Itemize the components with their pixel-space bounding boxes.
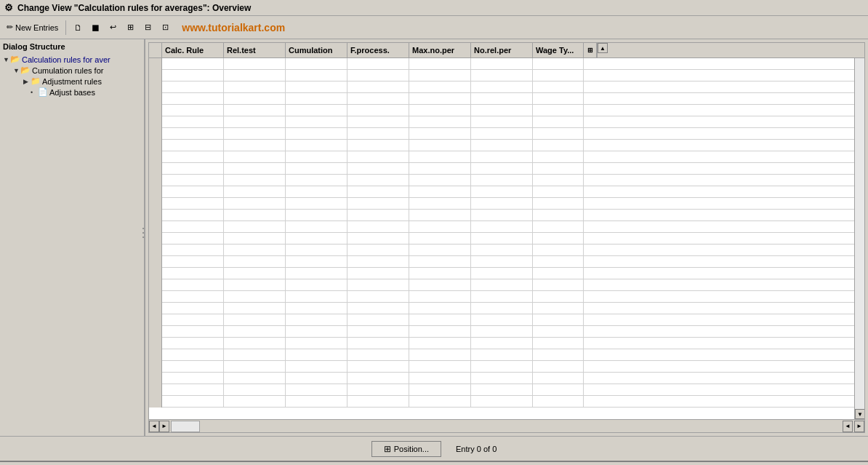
table-cell[interactable] [471, 175, 533, 186]
table-cell[interactable] [533, 210, 584, 221]
table-cell[interactable] [533, 163, 584, 175]
table-cell[interactable] [471, 279, 533, 291]
table-row[interactable] [149, 163, 854, 175]
table-cell[interactable] [162, 291, 224, 303]
table-cell[interactable] [471, 58, 533, 70]
table-row[interactable] [149, 221, 854, 233]
table-cell[interactable] [533, 128, 584, 140]
table-cell[interactable] [286, 256, 347, 268]
table-cell[interactable] [347, 396, 409, 408]
table-row[interactable] [149, 233, 854, 245]
table-cell[interactable] [471, 326, 533, 338]
table-cell[interactable] [409, 151, 471, 163]
table-cell[interactable] [471, 210, 533, 221]
table-cell[interactable] [409, 198, 471, 210]
table-cell[interactable] [347, 303, 409, 314]
table-cell[interactable] [162, 349, 224, 361]
table-cell[interactable] [286, 291, 347, 303]
table-cell[interactable] [224, 175, 286, 186]
col-header-reltest[interactable]: Rel.test [224, 43, 286, 57]
table-cell[interactable] [409, 256, 471, 268]
undo-button[interactable]: ↩ [105, 20, 121, 36]
table-cell[interactable] [162, 361, 224, 373]
table-row[interactable] [149, 268, 854, 279]
table-cell[interactable] [533, 233, 584, 245]
table-row[interactable] [149, 128, 854, 140]
table-cell[interactable] [409, 291, 471, 303]
col-header-norelper[interactable]: No.rel.per [471, 43, 533, 57]
col-header-calc-rule[interactable]: Calc. Rule [162, 43, 224, 57]
table-cell[interactable] [471, 198, 533, 210]
table-cell[interactable] [224, 373, 286, 384]
table-cell[interactable] [533, 338, 584, 349]
table-cell[interactable] [471, 373, 533, 384]
tree-node-calc-rules[interactable]: ▼ 📂 Calculation rules for aver [3, 54, 141, 65]
tree-node-adjust-bases[interactable]: • 📄 Adjust bases [3, 87, 141, 98]
v-scroll-track[interactable] [855, 58, 864, 409]
table-row[interactable] [149, 210, 854, 221]
table-row[interactable] [149, 326, 854, 338]
table-cell[interactable] [471, 151, 533, 163]
table-cell[interactable] [224, 186, 286, 198]
table-cell[interactable] [409, 140, 471, 151]
table-cell[interactable] [347, 105, 409, 116]
table-cell[interactable] [162, 245, 224, 256]
table-cell[interactable] [409, 384, 471, 396]
table-cell[interactable] [533, 349, 584, 361]
table-cell[interactable] [409, 58, 471, 70]
table-cell[interactable] [409, 221, 471, 233]
table-cell[interactable] [162, 163, 224, 175]
table-cell[interactable] [471, 349, 533, 361]
table-cell[interactable] [162, 210, 224, 221]
table-cell[interactable] [409, 70, 471, 82]
table-cell[interactable] [162, 175, 224, 186]
table-cell[interactable] [347, 140, 409, 151]
table-cell[interactable] [471, 396, 533, 408]
table-cell[interactable] [347, 338, 409, 349]
table-cell[interactable] [347, 349, 409, 361]
table-cell[interactable] [533, 58, 584, 70]
table-cell[interactable] [471, 361, 533, 373]
table-cell[interactable] [162, 93, 224, 105]
table-cell[interactable] [162, 384, 224, 396]
table-cell[interactable] [347, 210, 409, 221]
table-cell[interactable] [409, 233, 471, 245]
table-cell[interactable] [471, 221, 533, 233]
table-cell[interactable] [533, 245, 584, 256]
table-cell[interactable] [471, 70, 533, 82]
table-cell[interactable] [533, 70, 584, 82]
table-cell[interactable] [224, 396, 286, 408]
table-row[interactable] [149, 116, 854, 128]
table-cell[interactable] [286, 151, 347, 163]
save-button[interactable]: ◼ [87, 20, 103, 36]
table-cell[interactable] [286, 93, 347, 105]
table-cell[interactable] [471, 338, 533, 349]
table-cell[interactable] [162, 151, 224, 163]
table-cell[interactable] [471, 291, 533, 303]
table-cell[interactable] [533, 221, 584, 233]
table-cell[interactable] [409, 349, 471, 361]
table-cell[interactable] [286, 82, 347, 93]
table-row[interactable] [149, 303, 854, 314]
table-cell[interactable] [347, 256, 409, 268]
table-cell[interactable] [471, 82, 533, 93]
table-cell[interactable] [224, 151, 286, 163]
table-cell[interactable] [286, 198, 347, 210]
table-cell[interactable] [471, 140, 533, 151]
table-cell[interactable] [347, 268, 409, 279]
table-cell[interactable] [286, 186, 347, 198]
table-cell[interactable] [286, 373, 347, 384]
h-scroll-left-button[interactable]: ◄ [149, 421, 159, 432]
table-cell[interactable] [471, 384, 533, 396]
position-button[interactable]: ⊞ Position... [371, 441, 441, 457]
table-cell[interactable] [224, 384, 286, 396]
table-cell[interactable] [409, 210, 471, 221]
table-cell[interactable] [471, 163, 533, 175]
table-cell[interactable] [533, 116, 584, 128]
table-cell[interactable] [347, 245, 409, 256]
table-cell[interactable] [409, 268, 471, 279]
table-cell[interactable] [162, 116, 224, 128]
table-cell[interactable] [162, 256, 224, 268]
table-cell[interactable] [347, 326, 409, 338]
other1-button[interactable]: ⊞ [122, 20, 138, 36]
